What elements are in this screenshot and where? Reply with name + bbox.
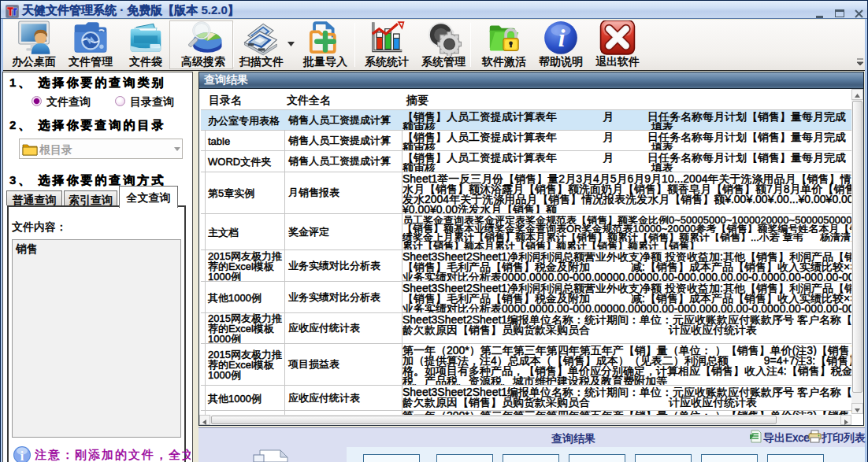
svg-text:i: i (20, 449, 24, 462)
svg-text:i: i (558, 24, 566, 52)
